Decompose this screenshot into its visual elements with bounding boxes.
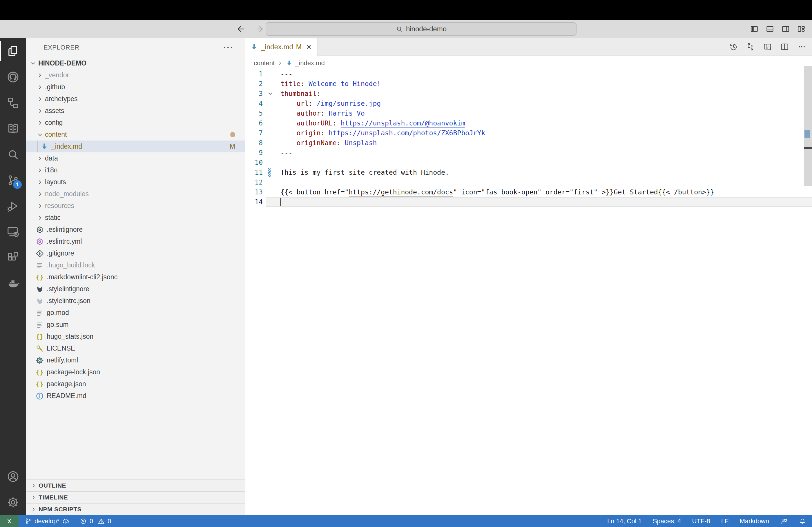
overview-ruler[interactable]: [804, 38, 812, 515]
code-line-13[interactable]: 13{{< button href="https://gethinode.com…: [245, 187, 812, 197]
tree-item-readmemd[interactable]: README.md: [26, 390, 245, 402]
activity-project-hierarchy[interactable]: [0, 90, 26, 116]
status-eol[interactable]: LF: [721, 517, 729, 525]
chevron-right-icon: [37, 167, 44, 174]
feedback-icon[interactable]: [780, 517, 788, 525]
status-indentation[interactable]: Spaces: 4: [653, 517, 681, 525]
line-number: 9: [245, 149, 263, 156]
code-line-5[interactable]: 5 author: Harris Vo: [245, 108, 812, 118]
json-file-icon: {}: [35, 273, 44, 282]
back-arrow-icon[interactable]: [235, 24, 245, 34]
tree-item-markdownlint-cli2jsonc[interactable]: {}.markdownlint-cli2.jsonc: [26, 271, 245, 283]
code-line-9[interactable]: 9---: [245, 148, 812, 157]
code-line-2[interactable]: 2title: Welcome to Hinode!: [245, 79, 812, 89]
activity-docs-book[interactable]: [0, 116, 26, 141]
remote-icon: [5, 517, 13, 525]
tree-item-eslintignore[interactable]: .eslintignore: [26, 224, 245, 236]
tree-item-config[interactable]: config: [26, 117, 245, 129]
code-line-10[interactable]: 10: [245, 157, 812, 167]
forward-arrow-icon[interactable]: [255, 24, 265, 34]
code-line-7[interactable]: 7 origin: https://unsplash.com/photos/ZX…: [245, 128, 812, 138]
close-icon[interactable]: ×: [306, 43, 311, 51]
layout-panel-icon[interactable]: [766, 25, 774, 33]
problems-item[interactable]: 0 0: [79, 517, 111, 525]
more-actions-icon[interactable]: ···: [223, 46, 234, 49]
tree-item-assets[interactable]: assets: [26, 105, 245, 117]
gutter-decorations: [263, 118, 280, 128]
chevron-right-icon: [30, 482, 37, 489]
section-timeline[interactable]: TIMELINE: [26, 491, 245, 503]
scrollbar-slider[interactable]: [804, 66, 812, 186]
layout-sidebar-left-icon[interactable]: [750, 25, 759, 33]
tree-item-_indexmd[interactable]: _index.mdM: [26, 140, 245, 152]
tree-item-hugo_buildlock[interactable]: .hugo_build.lock: [26, 259, 245, 271]
tree-item-netlifytoml[interactable]: netlify.toml: [26, 354, 245, 366]
chevron-right-icon: [37, 72, 44, 79]
history-icon[interactable]: [729, 42, 738, 51]
tree-item-content[interactable]: content: [26, 129, 245, 140]
status-cursor-position[interactable]: Ln 14, Col 1: [607, 517, 642, 525]
tree-item-gomod[interactable]: go.mod: [26, 307, 245, 319]
code-line-3[interactable]: 3thumbnail:: [245, 89, 812, 99]
activity-extensions[interactable]: [0, 244, 26, 270]
tree-item-data[interactable]: data: [26, 152, 245, 164]
tree-item-gitignore[interactable]: .gitignore: [26, 247, 245, 259]
tree-item-layouts[interactable]: layouts: [26, 176, 245, 188]
tree-item-package-lockjson[interactable]: {}package-lock.json: [26, 366, 245, 378]
status-language-mode[interactable]: Markdown: [740, 517, 769, 525]
code-area[interactable]: 1---2title: Welcome to Hinode!3thumbnail…: [245, 69, 812, 515]
layout-customize-icon[interactable]: [797, 25, 806, 33]
bell-icon[interactable]: [799, 517, 806, 525]
account-icon: [6, 470, 20, 483]
tree-item-_vendor[interactable]: _vendor: [26, 69, 245, 81]
activity-search[interactable]: [0, 141, 26, 167]
tree-item-eslintrcyml[interactable]: .eslintrc.yml: [26, 236, 245, 247]
activity-docker[interactable]: [0, 270, 26, 296]
code-line-1[interactable]: 1---: [245, 69, 812, 79]
section-npm-scripts[interactable]: NPM SCRIPTS: [26, 503, 245, 515]
code-line-8[interactable]: 8 originName: Unsplash: [245, 138, 812, 148]
extensions-icon: [6, 251, 20, 264]
open-preview-icon[interactable]: [763, 42, 772, 51]
tree-item-hugo_statsjson[interactable]: {}hugo_stats.json: [26, 331, 245, 343]
activity-source-control[interactable]: 1: [0, 167, 26, 193]
status-encoding[interactable]: UTF-8: [692, 517, 710, 525]
tab-index-md[interactable]: _index.md M ×: [245, 38, 318, 56]
open-changes-icon[interactable]: [746, 42, 755, 51]
code-line-6[interactable]: 6 authorURL: https://unsplash.com/@hoanv…: [245, 118, 812, 128]
tree-item-i18n[interactable]: i18n: [26, 164, 245, 176]
tree-item-stylelintrcjson[interactable]: .stylelintrc.json: [26, 295, 245, 307]
tree-item-stylelintignore[interactable]: .stylelintignore: [26, 283, 245, 295]
tree-item-archetypes[interactable]: archetypes: [26, 93, 245, 105]
branch-item[interactable]: develop*: [24, 517, 70, 525]
command-center[interactable]: hinode-demo: [266, 22, 577, 36]
tree-item-github[interactable]: .github: [26, 81, 245, 93]
tree-item-hinode-demo[interactable]: HINODE-DEMO: [26, 57, 245, 69]
code-line-14[interactable]: 14: [245, 197, 812, 207]
breadcrumb-file[interactable]: _index.md: [295, 59, 325, 67]
tree-item-packagejson[interactable]: {}package.json: [26, 378, 245, 390]
layout-sidebar-right-icon[interactable]: [781, 25, 790, 33]
tree-item-gosum[interactable]: go.sum: [26, 319, 245, 331]
activity-remote-explorer[interactable]: [0, 219, 26, 244]
breadcrumb[interactable]: content _index.md: [245, 56, 812, 71]
line-number: 10: [245, 159, 263, 166]
section-outline[interactable]: OUTLINE: [26, 480, 245, 491]
breadcrumb-folder[interactable]: content: [254, 59, 275, 67]
code-line-12[interactable]: 12: [245, 177, 812, 187]
activity-settings[interactable]: [0, 490, 26, 515]
tree-item-node_modules[interactable]: node_modules: [26, 188, 245, 200]
split-editor-icon[interactable]: [780, 42, 789, 51]
tree-item-license[interactable]: LICENSE: [26, 343, 245, 354]
fold-chevron-icon[interactable]: [267, 90, 274, 97]
activity-run-and-debug[interactable]: [0, 193, 26, 219]
tree-item-label: .gitignore: [47, 250, 74, 257]
activity-explorer[interactable]: [0, 38, 26, 64]
code-line-11[interactable]: 11This is my first site created with Hin…: [245, 167, 812, 177]
activity-github[interactable]: [0, 64, 26, 90]
tree-item-resources[interactable]: resources: [26, 200, 245, 212]
code-line-4[interactable]: 4 url: /img/sunrise.jpg: [245, 99, 812, 108]
tree-item-static[interactable]: static: [26, 212, 245, 224]
activity-account[interactable]: [0, 464, 26, 490]
remote-indicator[interactable]: [0, 515, 18, 527]
